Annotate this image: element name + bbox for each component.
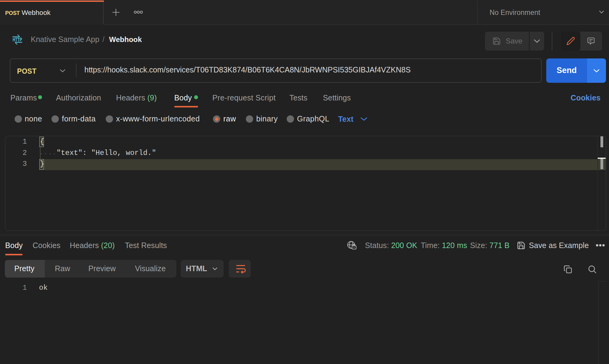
svg-text:HTTP: HTTP (13, 37, 22, 42)
